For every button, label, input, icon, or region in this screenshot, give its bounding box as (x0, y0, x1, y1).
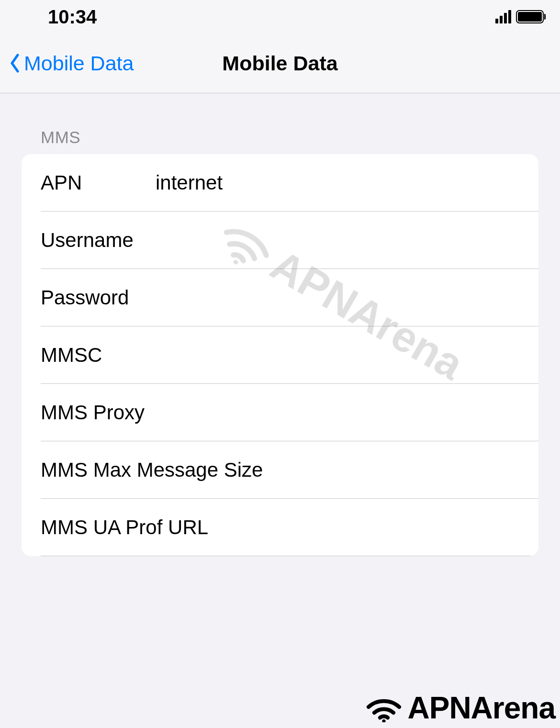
watermark-bottom: APNArena (364, 690, 555, 726)
row-mmsc[interactable]: MMSC (22, 326, 538, 384)
cellular-signal-icon (495, 10, 511, 23)
status-indicators (495, 10, 546, 23)
settings-group-mms: APN internet Username Password MMSC MMS … (22, 154, 538, 556)
row-label: APN (41, 171, 156, 194)
watermark-text: APNArena (407, 690, 555, 726)
status-bar: 10:34 (0, 0, 560, 34)
row-mms-ua-prof-url[interactable]: MMS UA Prof URL (22, 499, 538, 556)
row-label: MMS Proxy (41, 401, 145, 424)
page-title: Mobile Data (222, 52, 337, 75)
row-apn[interactable]: APN internet (22, 154, 538, 212)
svg-point-1 (382, 719, 386, 722)
back-label: Mobile Data (24, 52, 134, 75)
row-mms-proxy[interactable]: MMS Proxy (22, 384, 538, 441)
row-label: MMS UA Prof URL (41, 516, 208, 539)
back-button[interactable]: Mobile Data (0, 52, 134, 75)
row-value: internet (156, 171, 519, 194)
row-mms-max-message-size[interactable]: MMS Max Message Size (22, 441, 538, 499)
row-username[interactable]: Username (22, 212, 538, 269)
nav-bar: Mobile Data Mobile Data (0, 34, 560, 93)
chevron-left-icon (10, 54, 20, 73)
section-header-mms: MMS (22, 93, 538, 154)
status-time: 10:34 (48, 6, 97, 28)
row-label: Password (41, 286, 156, 309)
row-label: Username (41, 229, 156, 252)
battery-icon (516, 10, 546, 23)
row-label: MMS Max Message Size (41, 459, 263, 482)
row-label: MMSC (41, 344, 156, 367)
row-password[interactable]: Password (22, 269, 538, 326)
wifi-icon (364, 694, 403, 722)
content: MMS APN internet Username Password MMSC … (0, 93, 560, 556)
